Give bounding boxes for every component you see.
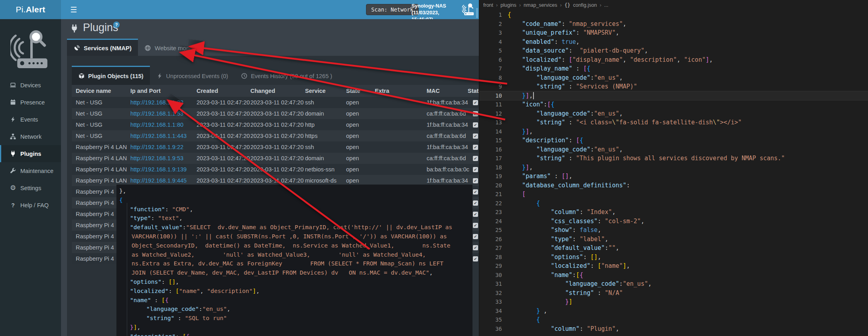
line-content: "unique_prefix": "NMAPSRV", [508, 29, 619, 36]
line-content: "string" : "Services (NMAP)" [508, 83, 637, 90]
hamburger-icon[interactable]: ☰ [65, 0, 83, 19]
sidebar-item-label: Settings [20, 185, 41, 191]
column-header[interactable]: Changed [250, 88, 305, 94]
subtab-unprocessed-events-0-[interactable]: Unprocessed Events (0) [150, 66, 235, 85]
editor-code-line[interactable]: 33 }] [479, 297, 868, 307]
column-header[interactable]: Status [468, 88, 479, 94]
editor-code-line[interactable]: 22 { [479, 199, 868, 208]
sidebar-item-presence[interactable]: Presence [0, 94, 61, 111]
editor-code-line[interactable]: 29 "localized": ["name"], [479, 261, 868, 271]
sidebar-item-maintenance[interactable]: Maintenance [0, 162, 61, 179]
code-token: "icon" [522, 101, 543, 108]
editor-code-line[interactable]: 32 "string" : "N/A" [479, 289, 868, 298]
editor-code-line[interactable]: 24 "css_classes": "col-sm-2", [479, 217, 868, 226]
ip-port-link[interactable]: http://192.168.1.1:443 [130, 133, 187, 139]
indent [508, 56, 522, 63]
row-checkbox[interactable]: ✔ [473, 122, 478, 128]
row-checkbox[interactable]: ✔ [473, 212, 478, 217]
row-checkbox[interactable]: ✔ [473, 134, 478, 139]
editor-code-line[interactable]: 30 "name":[{ [479, 271, 868, 280]
editor-code-line[interactable]: 36 "column": "Plugin", [479, 324, 868, 334]
tab-website-monitor[interactable]: Website monitor [138, 39, 204, 56]
ip-port-link[interactable]: http://192.168.1.9:22 [130, 144, 183, 150]
row-checkbox[interactable]: ✔ [473, 111, 478, 116]
indent [508, 137, 522, 144]
column-header[interactable]: State [346, 88, 375, 94]
sidebar-item-help-faq[interactable]: ?Help / FAQ [0, 196, 61, 214]
editor-code-line[interactable]: 18 }], [479, 163, 868, 172]
editor-code-line[interactable]: 1{ [479, 10, 868, 20]
row-checkbox[interactable]: ✔ [473, 256, 478, 261]
editor-code-line[interactable]: 34 } , [479, 307, 868, 316]
editor-code-line[interactable]: 3 "unique_prefix": "NMAPSRV", [479, 28, 868, 37]
subtab-plugin-objects-115-[interactable]: Plugin Objects (115) [72, 66, 150, 85]
editor-code-line[interactable]: 25 "show": false, [479, 226, 868, 235]
calendar-icon [10, 99, 16, 106]
ip-port-link[interactable]: http://192.168.1.9:445 [130, 177, 187, 184]
editor-code-line[interactable]: 27 "default_value":"", [479, 244, 868, 253]
table-cell: domain [305, 110, 346, 117]
row-checkbox[interactable]: ✔ [473, 100, 478, 105]
sidebar-item-settings[interactable]: ⚙Settings [0, 179, 61, 196]
page-scrollbar-thumb[interactable] [476, 8, 478, 18]
column-header[interactable]: Service [305, 88, 346, 94]
tab-services-nmap-[interactable]: Services (NMAP) [67, 39, 138, 56]
editor-code-line[interactable]: 2 "code_name": "nmap_services", [479, 20, 868, 29]
editor-code-line[interactable]: 21 [ [479, 190, 868, 199]
editor-code-line[interactable]: 12 "language_code":"en_us", [479, 109, 868, 118]
help-badge[interactable]: ? [113, 22, 120, 28]
editor-code-line[interactable]: 6 "localized": ["display_name", "descrip… [479, 55, 868, 65]
editor-code-line[interactable]: 35 { [479, 315, 868, 324]
editor-code-line[interactable]: 4 "enabled": true, [479, 37, 868, 47]
row-checkbox[interactable]: ✔ [473, 234, 478, 239]
row-checkbox[interactable]: ✔ [473, 189, 478, 195]
ip-port-link[interactable]: http://192.168.1.1:22 [130, 99, 183, 106]
column-header[interactable]: Ip and Port [130, 88, 197, 94]
row-checkbox[interactable]: ✔ [473, 167, 478, 172]
breadcrumb-item[interactable]: config.json [573, 2, 597, 8]
subtab-events-history-50-out-of-1265-[interactable]: Events History (50 out of 1265 ) [234, 66, 339, 85]
ip-port-link[interactable]: http://192.168.1.9:53 [130, 155, 183, 161]
editor-code-line[interactable]: 13 "string" : "<i class=\"fa-solid fa-sa… [479, 118, 868, 127]
editor-code-line[interactable]: 8 "language_code":"en_us", [479, 73, 868, 83]
column-header[interactable]: MAC [427, 88, 468, 94]
column-header[interactable]: Device name [76, 88, 130, 94]
editor-code-line[interactable]: 5 "data_source": "pialert-db-query", [479, 46, 868, 55]
breadcrumb-item[interactable]: front [483, 2, 493, 8]
editor-code-area[interactable]: 1{2 "code_name": "nmap_services",3 "uniq… [479, 10, 868, 333]
row-checkbox[interactable]: ✔ [473, 223, 478, 228]
row-checkbox[interactable]: ✔ [473, 145, 478, 150]
row-checkbox[interactable]: ✔ [473, 178, 478, 183]
row-checkbox[interactable]: ✔ [473, 200, 478, 206]
editor-code-line[interactable]: 17 "string" : "This plugin shows all ser… [479, 154, 868, 163]
row-checkbox[interactable]: ✔ [473, 156, 478, 161]
editor-code-line[interactable]: 11 "icon":[{ [479, 100, 868, 109]
editor-code-line[interactable]: 31 "language_code":"en_us", [479, 279, 868, 289]
editor-code-line[interactable]: 14 }], [479, 127, 868, 136]
column-header[interactable]: Extra [375, 88, 427, 94]
editor-code-line[interactable]: 26 "type": "label", [479, 235, 868, 244]
editor-code-line[interactable]: 7 "display_name" : [{ [479, 64, 868, 73]
editor-code-line[interactable]: 28 "options": [], [479, 253, 868, 262]
editor-code-line[interactable]: 16 "language_code":"en_us", [479, 145, 868, 154]
breadcrumb[interactable]: front›plugins›nmap_services›{}config.jso… [483, 0, 608, 10]
ip-port-link[interactable]: http://192.168.1.1:53 [130, 110, 183, 117]
ip-port-link[interactable]: http://192.168.1.1:80 [130, 122, 183, 128]
editor-code-line[interactable]: 9 "string" : "Services (NMAP)" [479, 82, 868, 91]
breadcrumb-item[interactable]: nmap_services [524, 2, 557, 8]
brand-logo[interactable]: Pi.Alert [0, 0, 61, 19]
breadcrumb-item[interactable]: ... [604, 2, 608, 8]
editor-code-line[interactable]: 23 "column": "Index", [479, 208, 868, 217]
sidebar-item-devices[interactable]: Devices [0, 77, 61, 94]
sidebar-item-plugins[interactable]: Plugins [0, 145, 61, 162]
sidebar-item-network[interactable]: Network [0, 128, 61, 145]
sidebar-item-events[interactable]: Events [0, 111, 61, 128]
editor-code-line[interactable]: 20 "database_column_definitions": [479, 181, 868, 190]
editor-code-line[interactable]: 15 "description": [{ [479, 136, 868, 145]
editor-code-line[interactable]: 10 }], [479, 91, 868, 100]
row-checkbox[interactable]: ✔ [473, 245, 478, 250]
editor-code-line[interactable]: 19 "params" : [], [479, 172, 868, 181]
column-header[interactable]: Created [197, 88, 250, 94]
breadcrumb-item[interactable]: plugins [500, 2, 516, 8]
ip-port-link[interactable]: http://192.168.1.9:139 [130, 166, 187, 173]
